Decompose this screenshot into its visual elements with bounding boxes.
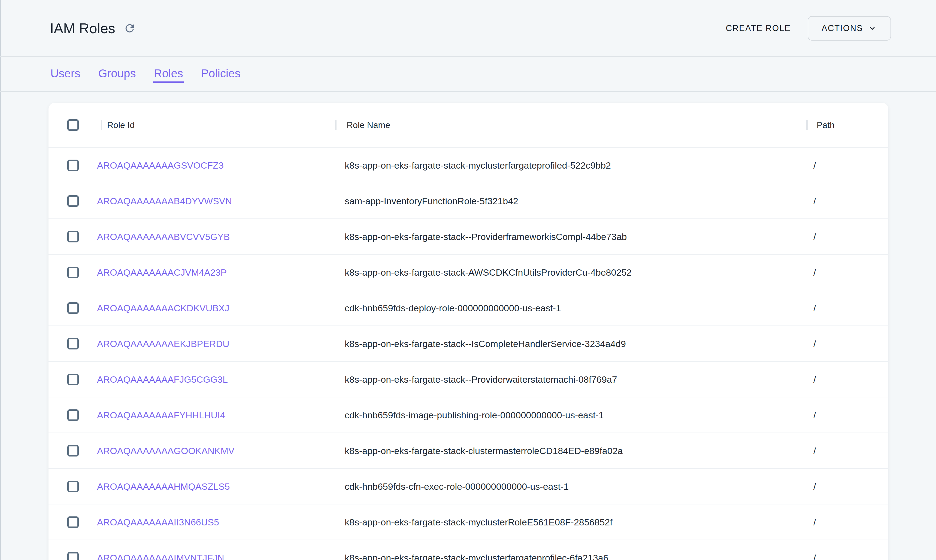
tab-bar: UsersGroupsRolesPolicies bbox=[0, 57, 936, 92]
table-row: AROAQAAAAAAAGSVOCFZ3k8s-app-on-eks-farga… bbox=[49, 148, 888, 183]
role-name-cell: cdk-hnb659fds-deploy-role-000000000000-u… bbox=[345, 303, 561, 313]
select-all-checkbox[interactable] bbox=[67, 119, 79, 131]
role-path-cell: / bbox=[813, 160, 816, 171]
role-path-cell: / bbox=[813, 303, 816, 313]
table-row: AROAQAAAAAAAII3N66US5k8s-app-on-eks-farg… bbox=[49, 505, 888, 540]
role-id-link[interactable]: AROAQAAAAAAACJVM4A23P bbox=[97, 267, 227, 278]
role-name-cell: k8s-app-on-eks-fargate-stack--Providerfr… bbox=[345, 231, 627, 242]
table-row: AROAQAAAAAAAFJG5CGG3Lk8s-app-on-eks-farg… bbox=[49, 362, 888, 397]
column-divider bbox=[806, 120, 808, 130]
role-name-cell: cdk-hnb659fds-image-publishing-role-0000… bbox=[345, 410, 604, 420]
role-name-cell: k8s-app-on-eks-fargate-stack--IsComplete… bbox=[345, 338, 626, 349]
role-path-cell: / bbox=[813, 552, 816, 560]
column-divider bbox=[335, 120, 337, 130]
role-id-link[interactable]: AROAQAAAAAAAFJG5CGG3L bbox=[97, 374, 228, 385]
actions-button[interactable]: ACTIONS bbox=[808, 16, 891, 41]
table-row: AROAQAAAAAAABVCVV5GYBk8s-app-on-eks-farg… bbox=[49, 219, 888, 255]
table-row: AROAQAAAAAAAEKJBPERDUk8s-app-on-eks-farg… bbox=[49, 326, 888, 362]
column-header-role-id: Role Id bbox=[107, 120, 135, 130]
role-id-link[interactable]: AROAQAAAAAAAFYHHLHUI4 bbox=[97, 410, 225, 420]
role-path-cell: / bbox=[813, 517, 816, 527]
role-id-link[interactable]: AROAQAAAAAAAII3N66US5 bbox=[97, 517, 219, 527]
role-name-cell: k8s-app-on-eks-fargate-stack--Providerwa… bbox=[345, 374, 617, 385]
role-name-cell: k8s-app-on-eks-fargate-stack-myclusterfa… bbox=[345, 552, 608, 560]
row-checkbox[interactable] bbox=[67, 517, 79, 528]
row-checkbox[interactable] bbox=[67, 267, 79, 278]
role-id-link[interactable]: AROAQAAAAAAAGSVOCFZ3 bbox=[97, 160, 224, 171]
table-body: AROAQAAAAAAAGSVOCFZ3k8s-app-on-eks-farga… bbox=[49, 148, 888, 560]
row-checkbox[interactable] bbox=[67, 338, 79, 349]
role-path-cell: / bbox=[813, 410, 816, 420]
row-checkbox[interactable] bbox=[67, 445, 79, 457]
row-checkbox[interactable] bbox=[67, 374, 79, 385]
row-checkbox[interactable] bbox=[67, 195, 79, 207]
row-checkbox[interactable] bbox=[67, 302, 79, 314]
role-path-cell: / bbox=[813, 338, 816, 349]
page-title: IAM Roles bbox=[50, 20, 115, 37]
role-id-link[interactable]: AROAQAAAAAAACKDKVUBXJ bbox=[97, 303, 229, 313]
roles-table-card: Role Id Role Name Path AROAQAAAAAAAGSVOC… bbox=[49, 103, 888, 560]
refresh-icon bbox=[123, 22, 136, 35]
role-id-link[interactable]: AROAQAAAAAAAHMQASZLS5 bbox=[97, 481, 230, 492]
table-row: AROAQAAAAAAACKDKVUBXJcdk-hnb659fds-deplo… bbox=[49, 290, 888, 326]
role-name-cell: k8s-app-on-eks-fargate-stack-AWSCDKCfnUt… bbox=[345, 267, 632, 278]
role-path-cell: / bbox=[813, 445, 816, 456]
table-row: AROAQAAAAAAAIMVNTJFJNk8s-app-on-eks-farg… bbox=[49, 540, 888, 560]
role-name-cell: k8s-app-on-eks-fargate-stack-myclusterRo… bbox=[345, 517, 613, 527]
actions-button-label: ACTIONS bbox=[822, 23, 863, 33]
chevron-down-icon bbox=[867, 23, 877, 33]
page-header: IAM Roles CREATE ROLE ACTIONS bbox=[0, 0, 936, 57]
row-checkbox[interactable] bbox=[67, 160, 79, 171]
role-name-cell: cdk-hnb659fds-cfn-exec-role-000000000000… bbox=[345, 481, 569, 492]
role-id-link[interactable]: AROAQAAAAAAAEKJBPERDU bbox=[97, 338, 229, 349]
refresh-button[interactable] bbox=[123, 22, 136, 35]
role-id-link[interactable]: AROAQAAAAAAAB4DYVWSVN bbox=[97, 195, 232, 206]
column-header-role-name: Role Name bbox=[346, 120, 390, 130]
tab-roles[interactable]: Roles bbox=[153, 65, 183, 83]
role-id-link[interactable]: AROAQAAAAAAAGOOKANKMV bbox=[97, 445, 234, 456]
row-checkbox[interactable] bbox=[67, 231, 79, 242]
role-path-cell: / bbox=[813, 267, 816, 278]
role-name-cell: k8s-app-on-eks-fargate-stack-clustermast… bbox=[345, 445, 623, 456]
column-header-path: Path bbox=[817, 120, 834, 130]
row-checkbox[interactable] bbox=[67, 552, 79, 560]
table-row: AROAQAAAAAAAFYHHLHUI4cdk-hnb659fds-image… bbox=[49, 397, 888, 433]
tab-users[interactable]: Users bbox=[50, 65, 81, 83]
create-role-button[interactable]: CREATE ROLE bbox=[726, 23, 791, 33]
role-path-cell: / bbox=[813, 231, 816, 242]
table-row: AROAQAAAAAAAGOOKANKMVk8s-app-on-eks-farg… bbox=[49, 433, 888, 469]
role-id-link[interactable]: AROAQAAAAAAAIMVNTJFJN bbox=[97, 552, 224, 560]
role-path-cell: / bbox=[813, 481, 816, 492]
tab-policies[interactable]: Policies bbox=[200, 65, 241, 83]
role-path-cell: / bbox=[813, 374, 816, 385]
role-name-cell: k8s-app-on-eks-fargate-stack-myclusterfa… bbox=[345, 160, 611, 171]
table-header-row: Role Id Role Name Path bbox=[49, 103, 888, 148]
table-row: AROAQAAAAAAAB4DYVWSVNsam-app-InventoryFu… bbox=[49, 183, 888, 219]
role-path-cell: / bbox=[813, 195, 816, 206]
table-row: AROAQAAAAAAACJVM4A23Pk8s-app-on-eks-farg… bbox=[49, 255, 888, 290]
table-row: AROAQAAAAAAAHMQASZLS5cdk-hnb659fds-cfn-e… bbox=[49, 469, 888, 505]
row-checkbox[interactable] bbox=[67, 481, 79, 492]
role-name-cell: sam-app-InventoryFunctionRole-5f321b42 bbox=[345, 195, 518, 206]
role-id-link[interactable]: AROAQAAAAAAABVCVV5GYB bbox=[97, 231, 230, 242]
column-divider bbox=[101, 120, 102, 130]
row-checkbox[interactable] bbox=[67, 409, 79, 421]
tab-groups[interactable]: Groups bbox=[98, 65, 137, 83]
